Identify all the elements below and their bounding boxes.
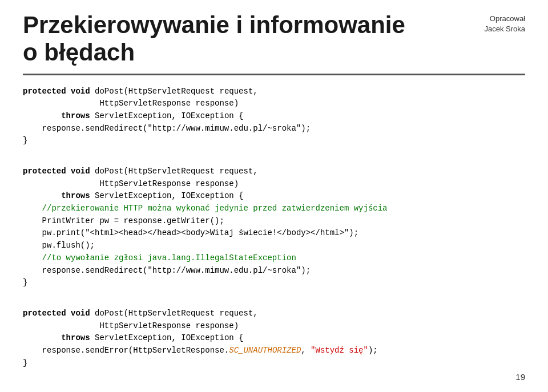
code-block-3: protected void doPost(HttpServletRequest… bbox=[23, 308, 525, 369]
title-block: Przekierowywanie i informowanie o błędac… bbox=[23, 11, 484, 69]
spacer-1 bbox=[23, 157, 525, 165]
code-block-2: protected void doPost(HttpServletRequest… bbox=[23, 165, 525, 289]
page-number: 19 bbox=[515, 372, 525, 382]
header-divider bbox=[23, 74, 525, 75]
spacer-2 bbox=[23, 300, 525, 308]
code-block-1: protected void doPost(HttpServletRequest… bbox=[23, 86, 525, 147]
author-block: Opracował Jacek Sroka bbox=[484, 11, 525, 34]
page-title: Przekierowywanie i informowanie o błędac… bbox=[23, 11, 484, 67]
page-container: Przekierowywanie i informowanie o błędac… bbox=[0, 0, 548, 392]
header-area: Przekierowywanie i informowanie o błędac… bbox=[23, 11, 525, 69]
